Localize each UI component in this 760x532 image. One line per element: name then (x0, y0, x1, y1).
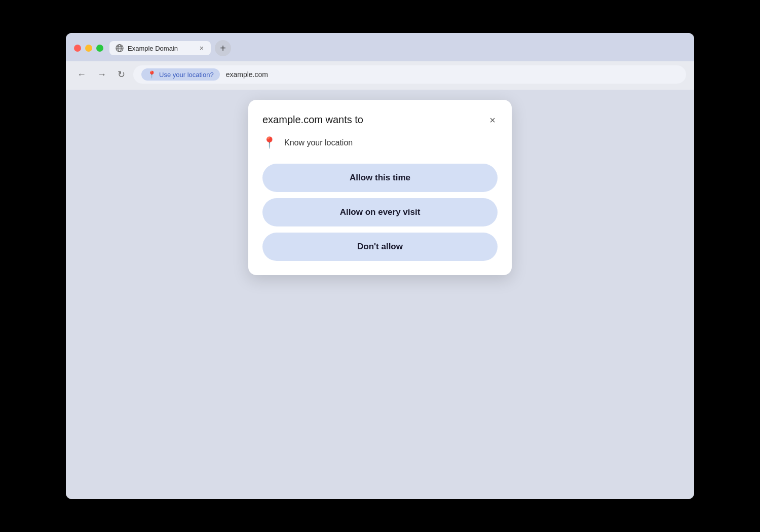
deny-button[interactable]: Don't allow (262, 233, 498, 261)
popup-header: example.com wants to × (262, 114, 498, 126)
address-bar[interactable]: 📍 Use your location? example.com (133, 65, 686, 84)
back-button[interactable]: ← (74, 67, 89, 82)
allow-once-button[interactable]: Allow this time (262, 164, 498, 192)
globe-icon (116, 44, 124, 52)
title-bar: Example Domain × + (66, 33, 694, 61)
close-window-button[interactable] (74, 45, 81, 52)
window-controls (74, 45, 103, 52)
location-pill-text: Use your location? (159, 71, 214, 79)
forward-button[interactable]: → (94, 67, 109, 82)
location-permission-pill[interactable]: 📍 Use your location? (141, 68, 220, 81)
reload-button[interactable]: ↻ (115, 67, 128, 82)
nav-bar: ← → ↻ 📍 Use your location? example.com (66, 61, 694, 90)
permission-pin-icon: 📍 (262, 136, 276, 149)
popup-close-button[interactable]: × (487, 114, 498, 126)
tab-bar: Example Domain × + (109, 40, 686, 56)
permission-buttons: Allow this time Allow on every visit Don… (262, 164, 498, 261)
minimize-window-button[interactable] (85, 45, 92, 52)
maximize-window-button[interactable] (96, 45, 103, 52)
allow-always-button[interactable]: Allow on every visit (262, 198, 498, 226)
location-pin-icon: 📍 (147, 70, 156, 79)
new-tab-button[interactable]: + (215, 40, 231, 56)
permission-row: 📍 Know your location (262, 134, 498, 151)
popup-title: example.com wants to (262, 114, 363, 126)
permission-popup: example.com wants to × 📍 Know your locat… (248, 100, 512, 275)
tab-title: Example Domain (128, 45, 195, 52)
browser-window: Example Domain × + ← → ↻ 📍 Use your loca… (66, 33, 694, 499)
permission-label: Know your location (284, 138, 353, 147)
browser-content: example.com wants to × 📍 Know your locat… (66, 90, 694, 499)
url-text: example.com (226, 70, 268, 79)
tab-close-button[interactable]: × (199, 45, 205, 52)
browser-tab[interactable]: Example Domain × (109, 41, 211, 55)
